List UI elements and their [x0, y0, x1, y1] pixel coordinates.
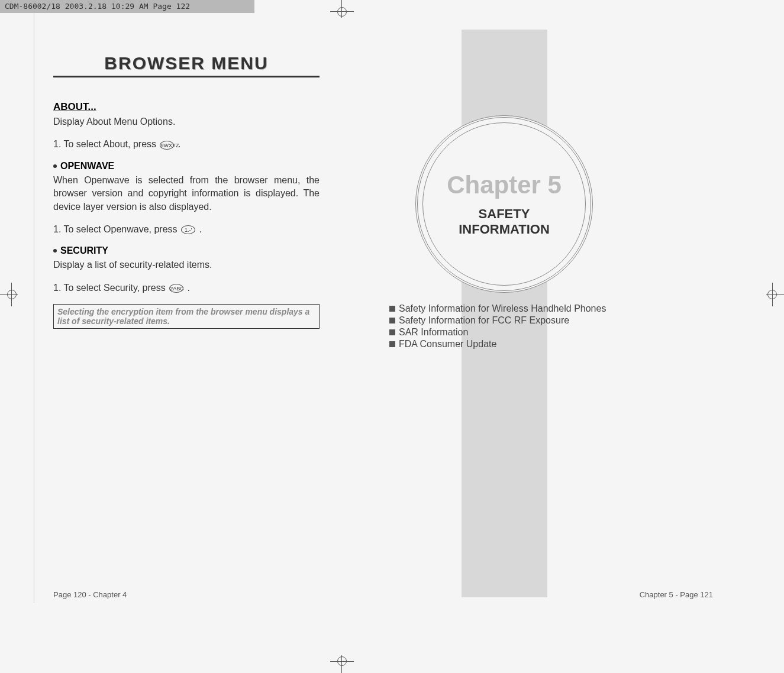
toc-item: SAR Information [389, 327, 606, 338]
key-9-icon: 9WXYZ [160, 141, 174, 150]
crop-mark-top-icon [330, 0, 354, 24]
left-page: BROWSER MENU ABOUT... Display About Menu… [53, 53, 320, 329]
about-heading: ABOUT... [53, 101, 320, 113]
callout-box: Selecting the encryption item from the b… [53, 304, 320, 329]
about-step-text: 1. To select About, press [53, 139, 159, 149]
about-desc: Display About Menu Options. [53, 115, 320, 128]
crop-mark-right-icon [760, 283, 784, 306]
toc-item-label: Safety Information for FCC RF Exposure [399, 315, 569, 325]
print-header-strip: CDM-86002/18 2003.2.18 10:29 AM Page 122 [0, 0, 254, 13]
key-2-icon: 2ABC [169, 284, 183, 293]
page-title: BROWSER MENU [53, 53, 320, 73]
toc-item-label: Safety Information for Wireless Handheld… [399, 303, 606, 313]
openwave-heading: OPENWAVE [53, 161, 320, 172]
toc-item: Safety Information for FCC RF Exposure [389, 315, 606, 326]
title-underline [53, 76, 320, 77]
openwave-step: 1. To select Openwave, press 1.-' . [53, 223, 320, 236]
openwave-heading-text: OPENWAVE [60, 161, 114, 171]
square-bullet-icon [389, 306, 395, 312]
toc-item-label: SAR Information [399, 327, 468, 337]
security-step-text: 1. To select Security, press [53, 283, 168, 293]
about-step: 1. To select About, press 9WXYZ . [53, 138, 320, 151]
toc-list: Safety Information for Wireless Handheld… [389, 303, 606, 351]
crop-mark-left-icon [0, 283, 24, 306]
openwave-desc: When Openwave is selected from the brows… [53, 174, 320, 213]
security-step: 1. To select Security, press 2ABC . [53, 282, 320, 295]
openwave-step-text: 1. To select Openwave, press [53, 224, 180, 234]
toc-item-label: FDA Consumer Update [399, 339, 496, 349]
footer-left: Page 120 - Chapter 4 [53, 590, 127, 599]
fold-line [34, 12, 34, 603]
chapter-circle: Chapter 5 SAFETY INFORMATION [415, 115, 593, 293]
bullet-icon [53, 249, 57, 253]
toc-item: FDA Consumer Update [389, 339, 606, 350]
bullet-icon [53, 164, 57, 168]
key-1-icon: 1.-' [181, 225, 195, 234]
security-heading: SECURITY [53, 245, 320, 256]
square-bullet-icon [389, 318, 395, 323]
crop-mark-bottom-icon [330, 649, 354, 673]
footer-right: Chapter 5 - Page 121 [640, 590, 713, 599]
square-bullet-icon [389, 341, 395, 347]
security-desc: Display a list of security-related items… [53, 258, 320, 271]
square-bullet-icon [389, 329, 395, 335]
toc-item: Safety Information for Wireless Handheld… [389, 303, 606, 314]
security-heading-text: SECURITY [60, 245, 108, 255]
